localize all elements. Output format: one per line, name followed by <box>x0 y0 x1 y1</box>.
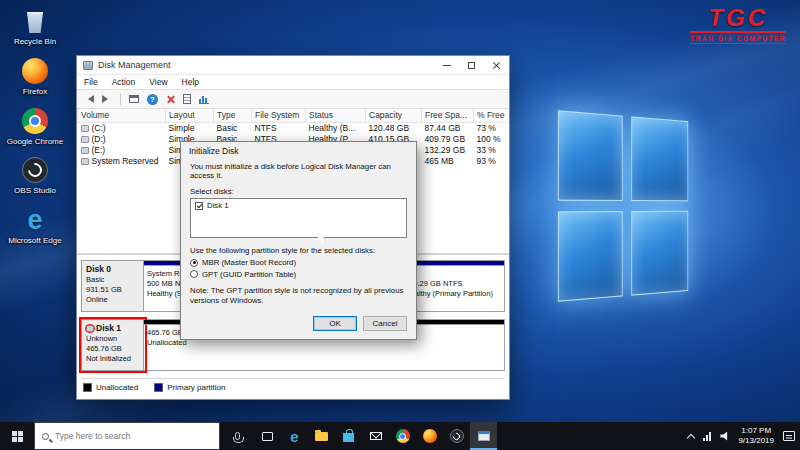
toolbar-separator <box>120 93 121 105</box>
microphone-icon <box>235 432 240 440</box>
edge-icon: e <box>290 429 298 444</box>
taskbar-app-icons: e <box>254 422 497 450</box>
gpt-note: Note: The GPT partition style is not rec… <box>190 286 407 307</box>
uninitialized-disk-icon <box>86 325 94 332</box>
partition-e[interactable]: (E:) 400.29 GB NTFS Healthy (Primary Par… <box>402 261 504 311</box>
taskbar-mail[interactable] <box>362 422 389 450</box>
taskbar-file-explorer[interactable] <box>308 422 335 450</box>
help-icon[interactable]: ? <box>147 94 158 105</box>
dialog-title: Initialize Disk <box>189 146 239 156</box>
title-bar[interactable]: Disk Management <box>77 56 509 75</box>
col-pctfree[interactable]: % Free <box>474 109 510 122</box>
desktop-icon-edge[interactable]: e Microsoft Edge <box>6 205 64 246</box>
minimize-button[interactable] <box>434 56 459 74</box>
drive-icon <box>81 158 89 165</box>
ok-button[interactable]: OK <box>313 316 357 331</box>
show-hidden-icons-chevron[interactable] <box>687 433 695 441</box>
disk1-checkbox-row[interactable]: Disk 1 <box>195 201 402 210</box>
clock-date: 9/13/2019 <box>738 436 774 446</box>
legend-unallocated: Unallocated <box>83 383 138 392</box>
search-icon <box>42 433 49 440</box>
task-view-icon <box>262 432 273 441</box>
desktop-icon-firefox[interactable]: Firefox <box>6 56 64 97</box>
desktop-icon-label: Microsoft Edge <box>8 237 61 246</box>
disk-listbox[interactable]: Disk 1 <box>190 198 407 238</box>
obs-icon <box>20 155 50 185</box>
legend: Unallocated Primary partition <box>81 378 505 392</box>
desktop-icon-label: OBS Studio <box>14 187 56 196</box>
select-disks-label: Select disks: <box>190 187 407 196</box>
back-icon[interactable] <box>84 95 94 103</box>
file-explorer-icon <box>315 432 328 441</box>
col-volume[interactable]: Volume <box>78 109 166 122</box>
dialog-title-bar[interactable]: Initialize Disk <box>181 142 416 159</box>
col-capacity[interactable]: Capacity <box>366 109 422 122</box>
menu-help[interactable]: Help <box>175 77 206 87</box>
taskbar-search[interactable] <box>34 422 220 450</box>
brand-logo: TGC <box>690 6 786 33</box>
window-title: Disk Management <box>98 60 171 70</box>
disk0-label[interactable]: Disk 0 Basic 931.51 GB Online <box>82 261 144 311</box>
mbr-radio-row[interactable]: MBR (Master Boot Record) <box>190 258 407 267</box>
close-icon <box>492 61 501 70</box>
col-filesystem[interactable]: File System <box>252 109 306 122</box>
checkbox-checked-icon[interactable] <box>195 202 203 210</box>
windows-logo-pane <box>558 211 623 302</box>
partition-style-label: Use the following partition style for th… <box>190 246 407 255</box>
console-window-icon[interactable] <box>129 95 139 103</box>
start-button[interactable] <box>0 422 34 450</box>
desktop-icon-chrome[interactable]: Google Chrome <box>6 106 64 147</box>
taskbar-edge[interactable]: e <box>281 422 308 450</box>
desktop-icon-label: Recycle Bin <box>14 38 56 47</box>
table-header-row: Volume Layout Type File System Status Ca… <box>78 109 510 122</box>
windows-logo-pane <box>631 116 688 201</box>
menu-action[interactable]: Action <box>105 77 143 87</box>
drive-icon <box>81 147 89 154</box>
disk1-label[interactable]: Disk 1 Unknown 465.76 GB Not Initialized <box>82 320 144 370</box>
taskbar-store[interactable] <box>335 422 362 450</box>
col-status[interactable]: Status <box>306 109 366 122</box>
menu-view[interactable]: View <box>142 77 174 87</box>
maximize-button[interactable] <box>459 56 484 74</box>
col-type[interactable]: Type <box>214 109 252 122</box>
properties-icon[interactable] <box>183 94 191 104</box>
taskbar-firefox[interactable] <box>416 422 443 450</box>
edge-icon: e <box>20 205 50 235</box>
action-center-icon[interactable] <box>783 431 795 441</box>
search-input[interactable] <box>55 431 170 441</box>
taskbar-disk-management-active[interactable] <box>470 422 497 450</box>
delete-icon[interactable] <box>166 95 175 104</box>
menu-bar: File Action View Help <box>77 75 509 90</box>
taskbar-chrome[interactable] <box>389 422 416 450</box>
cancel-button[interactable]: Cancel <box>363 316 407 331</box>
col-layout[interactable]: Layout <box>166 109 214 122</box>
desktop-icon-recycle-bin[interactable]: Recycle Bin <box>6 6 64 47</box>
brand-name: TRAN GIA COMPUTER <box>690 35 786 44</box>
gpt-radio-row[interactable]: GPT (GUID Partition Table) <box>190 270 407 279</box>
dialog-message: You must initialize a disk before Logica… <box>190 162 407 180</box>
firefox-icon <box>20 56 50 86</box>
taskbar-clock[interactable]: 1:07 PM 9/13/2019 <box>738 426 774 446</box>
network-icon[interactable] <box>703 432 711 441</box>
col-freespace[interactable]: Free Spa... <box>422 109 474 122</box>
forward-icon[interactable] <box>102 95 112 103</box>
radio-selected-icon[interactable] <box>190 259 198 267</box>
obs-icon <box>450 429 464 443</box>
volume-row[interactable]: (C:) SimpleBasic NTFSHealthy (B... 120.4… <box>78 122 510 133</box>
radio-unselected-icon[interactable] <box>190 270 198 278</box>
mbr-radio-label: MBR (Master Boot Record) <box>202 258 296 267</box>
view-icon[interactable] <box>199 95 209 104</box>
windows-logo-pane <box>558 110 623 201</box>
desktop-icon-obs[interactable]: OBS Studio <box>6 155 64 196</box>
task-view-button[interactable] <box>254 422 281 450</box>
close-button[interactable] <box>484 56 509 74</box>
unallocated-swatch <box>83 383 92 392</box>
legend-primary-partition: Primary partition <box>154 383 225 392</box>
cortana-mic-button[interactable] <box>220 422 254 450</box>
mail-icon <box>370 432 382 440</box>
volume-icon[interactable] <box>720 432 729 441</box>
chrome-icon <box>396 429 410 443</box>
menu-file[interactable]: File <box>77 77 105 87</box>
initialize-disk-dialog: Initialize Disk You must initialize a di… <box>180 141 417 340</box>
taskbar-obs[interactable] <box>443 422 470 450</box>
